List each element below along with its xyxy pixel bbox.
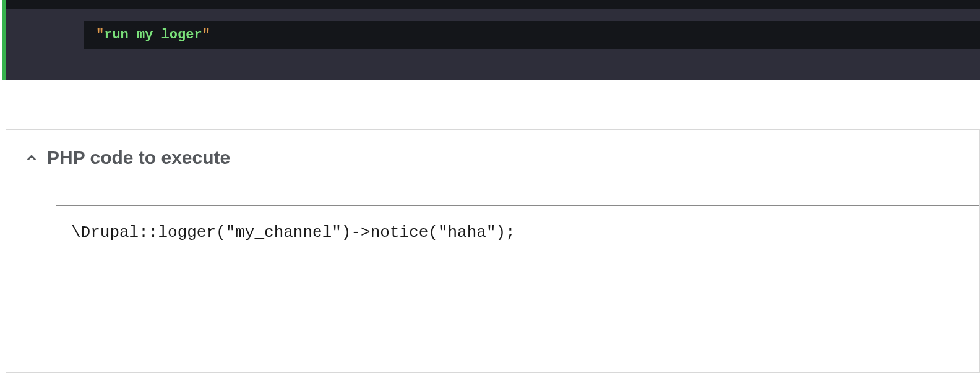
dark-strip [6, 0, 980, 9]
php-code-textarea[interactable]: \Drupal::logger("my_channel")->notice("h… [56, 205, 979, 372]
section-title: PHP code to execute [47, 147, 230, 168]
dark-code-panel: "run my loger" [2, 0, 980, 80]
chevron-up-icon [25, 151, 38, 164]
php-code-content: \Drupal::logger("my_channel")->notice("h… [71, 223, 964, 242]
code-string: "run my loger" [96, 27, 210, 43]
code-line: "run my loger" [84, 21, 980, 49]
section-header[interactable]: PHP code to execute [6, 147, 979, 168]
php-execute-panel: PHP code to execute \Drupal::logger("my_… [6, 129, 980, 373]
string-literal: run my loger [104, 27, 202, 43]
